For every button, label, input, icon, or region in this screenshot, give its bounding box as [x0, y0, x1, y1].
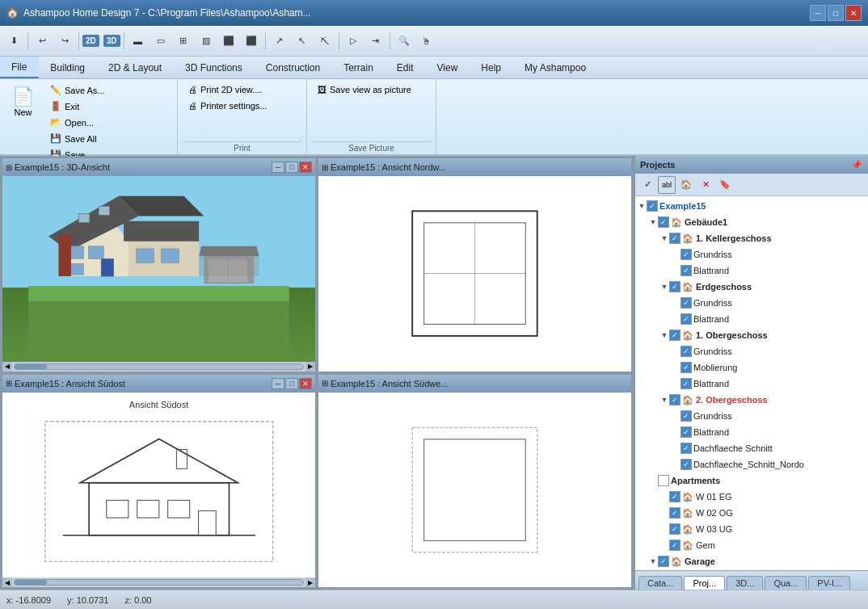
- tree-item[interactable]: ▼✓🏠2. Obergeschoss: [637, 392, 866, 408]
- tree-item[interactable]: ▼✓🏠Garage: [637, 553, 866, 569]
- tree-toggle[interactable]: ▼: [659, 234, 669, 242]
- ribbon-btn-saveas[interactable]: ✏️ Save As...: [44, 82, 172, 98]
- tree-item[interactable]: ✓🏠Gem: [637, 537, 866, 553]
- toolbar-block1[interactable]: ⬛: [218, 31, 239, 52]
- toolbar-search[interactable]: 🔍: [394, 31, 415, 52]
- ribbon-btn-open[interactable]: 📂 Open...: [44, 115, 172, 130]
- tree-checkbox[interactable]: ✓: [680, 249, 692, 260]
- viewport-sudwe-content[interactable]: [318, 393, 631, 588]
- tree-checkbox[interactable]: ✓: [680, 410, 692, 422]
- projects-delete-btn[interactable]: ✕: [697, 176, 714, 194]
- tree-item[interactable]: ✓Blattrand: [637, 376, 866, 392]
- projects-check-btn[interactable]: ✓: [638, 176, 656, 194]
- ribbon-btn-saveviewaspicture[interactable]: 🖼 Save view as picture: [312, 82, 431, 97]
- tree-checkbox[interactable]: ✓: [658, 216, 669, 228]
- menu-construction[interactable]: Construction: [255, 57, 332, 78]
- scroll-right-3[interactable]: ▶: [305, 578, 315, 587]
- tree-item[interactable]: ✓Blattrand: [637, 262, 866, 279]
- viewport-3d-scrollbar[interactable]: ◀ ▶: [2, 362, 315, 372]
- viewport-3d-maximize[interactable]: □: [285, 162, 298, 173]
- menu-view[interactable]: View: [426, 57, 470, 78]
- ribbon-btn-new[interactable]: 📄 New: [5, 82, 41, 121]
- toolbar-fill[interactable]: ▨: [196, 31, 217, 52]
- tree-checkbox[interactable]: ✓: [669, 233, 680, 244]
- tab-proj[interactable]: Proj...: [684, 576, 725, 590]
- close-button[interactable]: ✕: [845, 5, 862, 21]
- menu-2dlayout[interactable]: 2D & Layout: [97, 57, 174, 78]
- toolbar-grid[interactable]: ⊞: [173, 31, 194, 52]
- tree-item[interactable]: ✓🏠W 03 UG: [637, 521, 866, 537]
- menu-terrain[interactable]: Terrain: [332, 57, 386, 78]
- toolbar-step[interactable]: ⇥: [365, 31, 386, 52]
- maximize-button[interactable]: □: [828, 5, 844, 21]
- tree-checkbox[interactable]: ✓: [680, 297, 692, 309]
- projects-pin-button[interactable]: 📌: [850, 158, 863, 171]
- tree-item[interactable]: ▼✓🏠Erdgeschoss: [637, 279, 866, 295]
- viewport-sudost-scrollbar[interactable]: ◀ ▶: [2, 578, 315, 587]
- tree-item[interactable]: ▼✓Example15: [637, 198, 866, 214]
- toolbar-arrow[interactable]: ↗: [269, 31, 290, 52]
- toolbar-download[interactable]: ⬇: [3, 31, 24, 52]
- tree-toggle[interactable]: ▼: [648, 557, 658, 565]
- toolbar-block2[interactable]: ⬛: [241, 31, 262, 52]
- tree-checkbox[interactable]: ✓: [680, 265, 692, 276]
- ribbon-btn-saveall[interactable]: 💾 Save All: [44, 131, 172, 146]
- tree-item[interactable]: ▼✓🏠1. Obergeschoss: [637, 327, 866, 343]
- menu-file[interactable]: File: [0, 57, 39, 78]
- tree-checkbox[interactable]: ✓: [647, 200, 658, 212]
- tree-item[interactable]: ✓Dachflaeche_Schnitt_Nordo: [637, 456, 866, 472]
- tree-toggle[interactable]: ▼: [659, 283, 669, 291]
- tree-item[interactable]: ✓Grundriss: [637, 246, 866, 262]
- tree-checkbox[interactable]: ✓: [669, 491, 680, 502]
- ribbon-btn-exit[interactable]: 🚪 Exit: [44, 99, 172, 114]
- tree-toggle[interactable]: ▼: [659, 331, 669, 339]
- tree-checkbox[interactable]: ✓: [669, 330, 680, 341]
- viewport-north-content[interactable]: [318, 176, 631, 372]
- menu-3dfunctions[interactable]: 3D Functions: [174, 57, 255, 78]
- minimize-button[interactable]: ─: [810, 5, 826, 21]
- viewport-sudost-close[interactable]: ✕: [299, 378, 312, 389]
- toolbar-3d-label[interactable]: 3D: [103, 35, 120, 47]
- toolbar-line[interactable]: ▬: [128, 31, 149, 52]
- tree-checkbox[interactable]: ✓: [680, 313, 692, 325]
- tab-3d[interactable]: 3D...: [727, 576, 763, 590]
- viewport-3d-content[interactable]: [2, 176, 315, 362]
- toolbar-mouse[interactable]: 🖱: [416, 31, 437, 52]
- scroll-right[interactable]: ▶: [305, 362, 315, 372]
- projects-text-btn[interactable]: abl: [658, 176, 676, 194]
- toolbar-rect[interactable]: ▭: [150, 31, 171, 52]
- tree-item[interactable]: ✓Blattrand: [637, 311, 866, 327]
- tree-checkbox[interactable]: ✓: [680, 426, 692, 438]
- viewport-sudost-minimize[interactable]: ─: [272, 378, 284, 389]
- tab-cata[interactable]: Cata...: [638, 576, 682, 590]
- tree-item[interactable]: ▼✓🏠1. Kellergeschoss: [637, 230, 866, 246]
- toolbar-play[interactable]: ▷: [343, 31, 364, 52]
- viewport-3d-close[interactable]: ✕: [299, 162, 312, 173]
- scroll-left-3[interactable]: ◀: [2, 578, 12, 587]
- toolbar-pick[interactable]: ⛏: [314, 31, 335, 52]
- titlebar-controls[interactable]: ─ □ ✕: [810, 5, 862, 21]
- projects-bookmark-btn[interactable]: 🔖: [716, 176, 734, 194]
- tree-checkbox[interactable]: ✓: [680, 443, 692, 454]
- tree-item[interactable]: ✓Grundriss: [637, 295, 866, 311]
- tree-item[interactable]: ✓🏠W 01 EG: [637, 489, 866, 505]
- menu-edit[interactable]: Edit: [386, 57, 426, 78]
- tree-checkbox[interactable]: ✓: [680, 378, 692, 389]
- tree-checkbox[interactable]: ✓: [669, 540, 680, 551]
- tab-pvi[interactable]: PV-I...: [808, 576, 850, 590]
- tree-checkbox[interactable]: ✓: [658, 556, 669, 567]
- projects-house-btn[interactable]: 🏠: [677, 176, 695, 194]
- tree-item[interactable]: ▼✓🏠Gebäude1: [637, 214, 866, 230]
- viewport-sudost-content[interactable]: Ansicht Südost: [2, 393, 315, 578]
- tree-checkbox[interactable]: ✓: [680, 459, 692, 470]
- viewport-sudost-maximize[interactable]: □: [285, 378, 298, 389]
- tree-item[interactable]: ✓Dachflaeche Schnitt: [637, 440, 866, 456]
- scroll-left[interactable]: ◀: [2, 362, 12, 372]
- tree-toggle[interactable]: ▼: [659, 396, 669, 404]
- tree-checkbox[interactable]: ✓: [669, 281, 680, 292]
- menu-building[interactable]: Building: [39, 57, 97, 78]
- tree-toggle[interactable]: ▼: [637, 202, 647, 210]
- ribbon-btn-print2d[interactable]: 🖨 Print 2D view....: [183, 82, 301, 97]
- tree-checkbox[interactable]: ✓: [680, 346, 692, 357]
- tree-checkbox[interactable]: ✓: [669, 507, 680, 519]
